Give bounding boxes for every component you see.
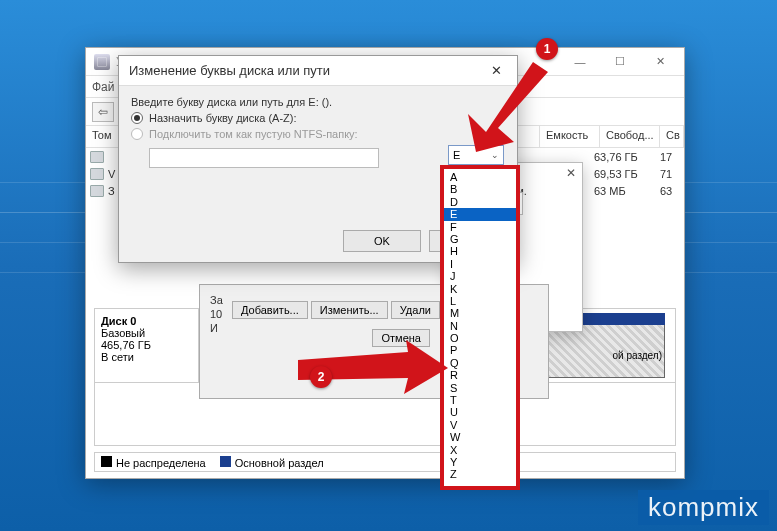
radio-mount-folder[interactable]: Подключить том как пустую NTFS-папку: — [131, 128, 505, 140]
dropdown-option[interactable]: E — [444, 208, 516, 220]
dropdown-option[interactable]: F — [444, 221, 516, 233]
change-button[interactable]: Изменить... — [311, 301, 388, 319]
select-value: E — [453, 149, 460, 161]
drive-icon — [90, 185, 104, 197]
col-sv[interactable]: Св — [660, 126, 684, 147]
radio-icon — [131, 128, 143, 140]
back-button[interactable]: ⇦ — [92, 102, 114, 122]
maximize-button[interactable]: ☐ — [600, 50, 640, 74]
dropdown-option[interactable]: J — [444, 270, 516, 282]
drive-letter-dropdown[interactable]: ABDEFGHIJKLMNOPQRSTUVWXYZ — [440, 165, 520, 490]
panel-side-text: За 10 И — [210, 293, 224, 347]
dropdown-option[interactable]: V — [444, 419, 516, 431]
dropdown-option[interactable]: Z — [444, 468, 516, 480]
delete-button[interactable]: Удали — [391, 301, 440, 319]
dropdown-option[interactable]: Y — [444, 456, 516, 468]
dropdown-option[interactable]: W — [444, 431, 516, 443]
dropdown-option[interactable]: D — [444, 196, 516, 208]
dropdown-option[interactable]: L — [444, 295, 516, 307]
drive-icon — [90, 168, 104, 180]
dropdown-option[interactable]: G — [444, 233, 516, 245]
mount-path-input — [149, 148, 379, 168]
dropdown-option[interactable]: U — [444, 406, 516, 418]
dropdown-option[interactable]: R — [444, 369, 516, 381]
annotation-arrow-1 — [468, 62, 558, 152]
dropdown-option[interactable]: Q — [444, 357, 516, 369]
disk-status: В сети — [101, 351, 134, 363]
radio-assign-letter[interactable]: Назначить букву диска (A-Z): — [131, 112, 505, 124]
svg-marker-0 — [468, 62, 548, 152]
minimize-button[interactable]: — — [560, 50, 600, 74]
dropdown-option[interactable]: A — [444, 171, 516, 183]
dropdown-option[interactable]: N — [444, 320, 516, 332]
dropdown-option[interactable]: M — [444, 307, 516, 319]
disk-header: Диск 0 Базовый 465,76 ГБ В сети — [95, 309, 199, 382]
watermark: kompmix — [638, 490, 769, 525]
dropdown-option[interactable]: X — [444, 444, 516, 456]
window-buttons: — ☐ ✕ — [560, 50, 680, 74]
disk-mgmt-icon — [94, 54, 110, 70]
dialog-title: Изменение буквы диска или пути — [129, 63, 479, 78]
annotation-badge-2: 2 — [310, 366, 332, 388]
dialog-titlebar[interactable]: Изменение буквы диска или пути ✕ — [119, 56, 517, 86]
legend: Не распределена Основной раздел — [94, 452, 676, 472]
annotation-badge-1: 1 — [536, 38, 558, 60]
drive-icon — [90, 151, 104, 163]
radio-icon — [131, 112, 143, 124]
dropdown-option[interactable]: I — [444, 258, 516, 270]
ok-button[interactable]: OK — [343, 230, 421, 252]
menu-file[interactable]: Фай — [92, 80, 115, 94]
disk-size: 465,76 ГБ — [101, 339, 151, 351]
dropdown-option[interactable]: T — [444, 394, 516, 406]
disk-name: Диск 0 — [101, 315, 136, 327]
legend-unallocated: Не распределена — [101, 456, 206, 469]
legend-primary: Основной раздел — [220, 456, 324, 469]
dropdown-option[interactable]: P — [444, 344, 516, 356]
dropdown-option[interactable]: H — [444, 245, 516, 257]
popup-close[interactable]: ✕ — [566, 166, 576, 180]
dropdown-option[interactable]: S — [444, 382, 516, 394]
dropdown-option[interactable]: O — [444, 332, 516, 344]
dialog-prompt: Введите букву диска или путь для E: (). — [131, 96, 505, 108]
col-free[interactable]: Свобод... — [600, 126, 660, 147]
dropdown-option[interactable]: K — [444, 283, 516, 295]
disk-type: Базовый — [101, 327, 145, 339]
dropdown-option[interactable]: B — [444, 183, 516, 195]
close-button[interactable]: ✕ — [640, 50, 680, 74]
add-button[interactable]: Добавить... — [232, 301, 308, 319]
